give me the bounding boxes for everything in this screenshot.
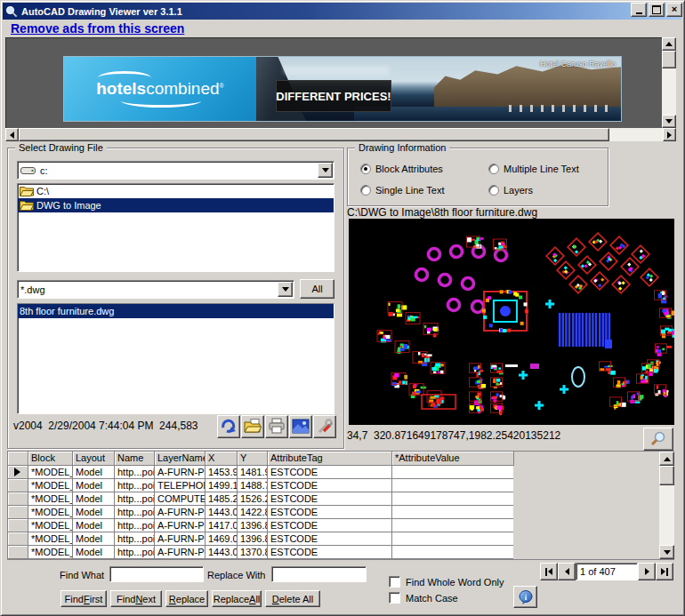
next-record-button[interactable] [638, 563, 656, 580]
cell-value [392, 506, 514, 519]
banner-vscroll-thumb[interactable] [662, 51, 676, 68]
cell-tag: ESTCODE [268, 479, 392, 492]
grid-scroll-up-button[interactable] [659, 452, 674, 466]
cell-block: *MODEL_ [28, 492, 73, 506]
image-export-button[interactable] [289, 415, 312, 438]
row-selector[interactable] [8, 506, 28, 519]
maximize-button[interactable] [649, 3, 665, 17]
banner-scroll-left-button[interactable] [5, 128, 19, 141]
minimize-button[interactable] [631, 3, 647, 17]
row-selector[interactable] [8, 492, 28, 506]
radio-button[interactable] [488, 185, 499, 196]
column-header-layername[interactable]: LayerName [155, 452, 206, 466]
open-folder-button[interactable] [241, 415, 264, 438]
radio-button[interactable] [360, 185, 371, 196]
attributes-grid[interactable]: BlockLayoutNameLayerNameXYAttributeTag*A… [7, 451, 674, 560]
close-icon: × [672, 4, 677, 14]
row-selector[interactable] [8, 466, 28, 479]
find-what-label: Find What [60, 570, 104, 580]
column-header-block[interactable]: Block [28, 452, 73, 466]
up-arrow-icon [664, 457, 671, 461]
banner-hscroll-thumb[interactable] [19, 128, 609, 141]
left-arrow-icon [10, 132, 14, 139]
first-record-button[interactable] [540, 563, 558, 580]
directory-list[interactable]: C:\DWG to Image [17, 183, 334, 272]
checkbox-box[interactable] [389, 576, 400, 588]
remove-ads-link[interactable]: Remove ads from this screen [11, 21, 184, 36]
print-button[interactable] [265, 415, 288, 438]
find-what-input[interactable] [109, 566, 204, 582]
replace-all-button[interactable]: Replace All [212, 590, 262, 607]
cell-x: 1453.9 [206, 466, 238, 479]
cell-tag: ESTCODE [268, 506, 392, 519]
checkbox-match-case[interactable]: Match Case [389, 592, 458, 604]
info-button[interactable]: i [513, 586, 537, 608]
previous-record-button[interactable] [558, 563, 576, 580]
radio-button[interactable] [488, 164, 499, 174]
record-position-field: 1 of 407 [576, 563, 638, 580]
logo-arc-decoration [98, 71, 151, 84]
file-list[interactable]: 8th floor furniture.dwg [17, 303, 334, 414]
grid-scroll-down-button[interactable] [659, 545, 674, 559]
file-item[interactable]: 8th floor furniture.dwg [18, 304, 334, 318]
banner-scroll-right-button[interactable] [663, 128, 676, 141]
all-files-button[interactable]: All [300, 279, 334, 299]
cell-y: 1370.8 [238, 546, 268, 559]
filter-dropdown-button[interactable] [278, 282, 293, 297]
banner-vscrollbar [662, 37, 676, 128]
grid-vscroll-thumb[interactable] [659, 466, 674, 485]
column-header-attributevalue[interactable]: *AttributeValue [392, 452, 514, 466]
close-button[interactable]: × [666, 3, 682, 17]
checkbox-label: Match Case [406, 593, 458, 604]
right-arrow-icon [661, 568, 665, 575]
drive-combobox[interactable]: c: [17, 161, 334, 180]
radio-option-multiple-line-text[interactable]: Multiple Line Text [488, 164, 579, 174]
cell-x: 1443.0 [206, 546, 238, 559]
delete-all-button[interactable]: Delete All [265, 590, 320, 607]
directory-item[interactable]: C:\ [18, 184, 334, 198]
filter-value: *.dwg [20, 284, 45, 295]
magnifier-icon [649, 430, 667, 448]
cell-x: 1499.1 [206, 479, 238, 492]
find-first-button[interactable]: Find First [60, 590, 107, 607]
radio-button[interactable] [360, 164, 371, 174]
row-selector[interactable] [8, 519, 28, 532]
radio-option-single-line-text[interactable]: Single Line Text [360, 185, 444, 196]
zoom-button[interactable] [643, 428, 673, 451]
banner-scroll-down-button[interactable] [662, 115, 676, 128]
row-selector[interactable] [8, 546, 28, 559]
cad-preview-drawing [349, 219, 674, 425]
banner-scroll-up-button[interactable] [662, 37, 676, 51]
open-folder-icon [20, 185, 34, 198]
row-selector[interactable] [8, 479, 28, 492]
rotate-button[interactable] [217, 415, 240, 438]
last-record-button[interactable] [656, 563, 673, 580]
tools-button[interactable] [313, 415, 336, 438]
directory-item[interactable]: DWG to Image [18, 198, 334, 212]
cell-layer: A-FURN-P-S [155, 466, 206, 479]
column-header-attributetag[interactable]: AttributeTag [268, 452, 392, 466]
column-header-x[interactable]: X [206, 452, 238, 466]
column-header-y[interactable]: Y [238, 452, 268, 466]
replace-button[interactable]: Replace [165, 590, 208, 607]
drive-dropdown-button[interactable] [318, 163, 333, 178]
checkbox-find-whole-word-only[interactable]: Find Whole Word Only [389, 576, 504, 588]
down-arrow-icon [664, 550, 671, 555]
radio-label: Block Attributes [375, 164, 443, 174]
radio-option-block-attributes[interactable]: Block Attributes [360, 164, 443, 174]
filter-combobox[interactable]: *.dwg [17, 280, 294, 299]
checkbox-box[interactable] [389, 592, 400, 604]
cell-name: http...poin [115, 546, 155, 559]
column-header-layout[interactable]: Layout [73, 452, 115, 466]
row-selector[interactable] [8, 532, 28, 546]
ad-banner[interactable]: hotelscombined® DIFFERENT PRICES! Hotel … [63, 56, 622, 122]
find-next-button[interactable]: Find Next [110, 590, 162, 607]
ad-banner-region: hotelscombined® DIFFERENT PRICES! Hotel … [5, 37, 663, 129]
column-header-name[interactable]: Name [115, 452, 155, 466]
replace-with-input[interactable] [271, 566, 367, 582]
cell-value [392, 546, 514, 559]
cad-preview-panel[interactable] [349, 219, 674, 425]
radio-option-layers[interactable]: Layers [488, 185, 533, 196]
banner-hscrollbar [5, 128, 676, 141]
file-status-text: v2004 2/29/2004 7:44:04 PM 244,583 [13, 420, 198, 432]
